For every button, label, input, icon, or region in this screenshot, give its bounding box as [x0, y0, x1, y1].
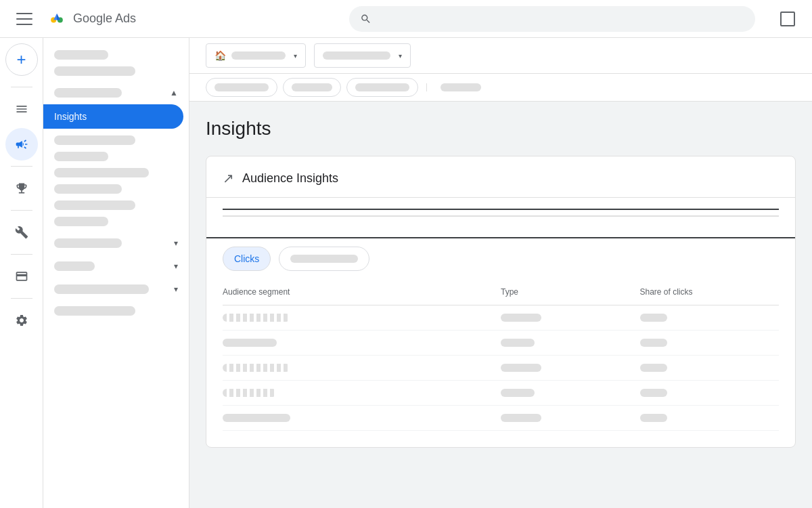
date-range-label [323, 51, 390, 60]
secondary-tab-label [290, 255, 358, 263]
table-row [223, 331, 779, 356]
type-cell [501, 339, 535, 347]
logo-area: Google Ads [46, 8, 136, 30]
list-icon [15, 102, 28, 116]
filter-status[interactable] [283, 78, 341, 97]
type-cell [501, 314, 541, 322]
page-content: Insights ↗ Audience Insights Clicks [189, 102, 812, 508]
menu-button[interactable] [11, 5, 38, 33]
tabs-area: Clicks [206, 238, 795, 279]
sidebar-skeleton-item [54, 66, 135, 76]
secondary-tab[interactable] [279, 247, 369, 271]
segment-cell [223, 414, 290, 422]
type-cell [501, 389, 535, 397]
segment-cell [223, 389, 277, 397]
chevron-down-icon-2: ▾ [174, 261, 178, 271]
trophy-icon [15, 182, 28, 195]
filter-all[interactable] [206, 78, 277, 97]
share-cell [640, 339, 667, 347]
divider5 [11, 298, 32, 299]
card-title: Audience Insights [242, 171, 338, 186]
sidebar-group-header-3[interactable]: ▾ [43, 279, 189, 299]
account-dropdown[interactable]: 🏠 ▾ [206, 43, 306, 68]
filter-divider [426, 83, 427, 91]
sidebar-group-3: ▾ [43, 279, 189, 299]
dropdown-arrow-icon: ▾ [294, 52, 297, 60]
share-cell [640, 414, 667, 422]
sidebar-group-header-2[interactable]: ▾ [43, 256, 189, 276]
top-navigation: Google Ads [0, 0, 812, 38]
col-share-of-clicks: Share of clicks [640, 284, 780, 299]
table-row [223, 305, 779, 331]
sidebar-skeleton-item [54, 200, 135, 210]
sidebar-group-label-2 [54, 261, 95, 271]
chart-area [206, 198, 795, 238]
audience-table: Audience segment Type Share of clicks [206, 279, 795, 447]
megaphone-icon [15, 137, 28, 151]
table-header: Audience segment Type Share of clicks [223, 279, 779, 305]
share-cell [640, 364, 667, 372]
tools-button[interactable] [5, 216, 38, 249]
chevron-down-icon-3: ▾ [174, 284, 178, 294]
apps-button[interactable] [774, 5, 801, 33]
date-range-dropdown[interactable]: ▾ [314, 43, 411, 68]
credit-card-icon [15, 270, 28, 283]
sidebar-skeleton-item [54, 135, 135, 145]
settings-button[interactable] [5, 304, 38, 337]
sidebar-group-label-1 [54, 238, 122, 248]
sidebar-skeleton-item [54, 306, 135, 316]
filter-more-label [355, 83, 409, 91]
apps-icon [780, 12, 795, 26]
top-toolbar: 🏠 ▾ ▾ [189, 38, 812, 74]
clicks-tab[interactable]: Clicks [223, 247, 271, 271]
search-input[interactable] [377, 14, 744, 24]
tools-icon [15, 226, 28, 239]
share-cell [640, 314, 667, 322]
sidebar-navigation: ▲ Insights ▾ ▾ ▾ [43, 38, 189, 508]
sidebar-skeleton-item [54, 217, 108, 226]
campaigns-button[interactable] [5, 128, 38, 161]
type-cell [501, 364, 541, 372]
billing-button[interactable] [5, 260, 38, 293]
col-type: Type [501, 284, 640, 299]
search-icon [360, 13, 371, 25]
chevron-up-icon: ▲ [170, 88, 178, 98]
sidebar-section-header[interactable]: ▲ [43, 83, 189, 103]
sidebar-nav-button[interactable] [5, 93, 38, 125]
goals-button[interactable] [5, 172, 38, 205]
sidebar-group-2: ▾ [43, 256, 189, 276]
type-cell [501, 414, 541, 422]
sidebar-skeleton-item [54, 184, 122, 194]
segment-cell [223, 314, 290, 322]
card-header: ↗ Audience Insights [206, 156, 795, 198]
sidebar-skeleton-item [54, 152, 108, 161]
divider2 [11, 166, 32, 167]
search-bar[interactable] [349, 6, 755, 32]
divider3 [11, 210, 32, 211]
divider [11, 87, 32, 87]
sidebar-section-label [54, 88, 122, 98]
filter-more[interactable] [346, 78, 418, 97]
page-title: Insights [206, 118, 796, 140]
filter-extra [441, 83, 481, 91]
filter-status-label [292, 83, 332, 91]
home-icon: 🏠 [215, 50, 226, 61]
sidebar-group-label-3 [54, 284, 149, 294]
segment-cell [223, 364, 290, 372]
trending-icon: ↗ [223, 170, 234, 186]
chart-line-secondary [223, 215, 779, 217]
create-button[interactable]: + [5, 43, 38, 76]
table-row [223, 356, 779, 381]
sidebar-item-insights[interactable]: Insights [43, 104, 183, 129]
app-name: Google Ads [73, 12, 136, 26]
plus-icon: + [16, 50, 26, 69]
sidebar-skeleton-item [54, 50, 108, 60]
main-layout: + [0, 38, 812, 508]
nav-right [774, 5, 801, 33]
share-cell [640, 389, 667, 397]
content-area: 🏠 ▾ ▾ Insights [189, 38, 812, 508]
sidebar-skeleton-item [54, 168, 149, 177]
account-label [231, 51, 286, 60]
hamburger-icon [16, 11, 32, 27]
sidebar-group-header-1[interactable]: ▾ [43, 233, 189, 253]
